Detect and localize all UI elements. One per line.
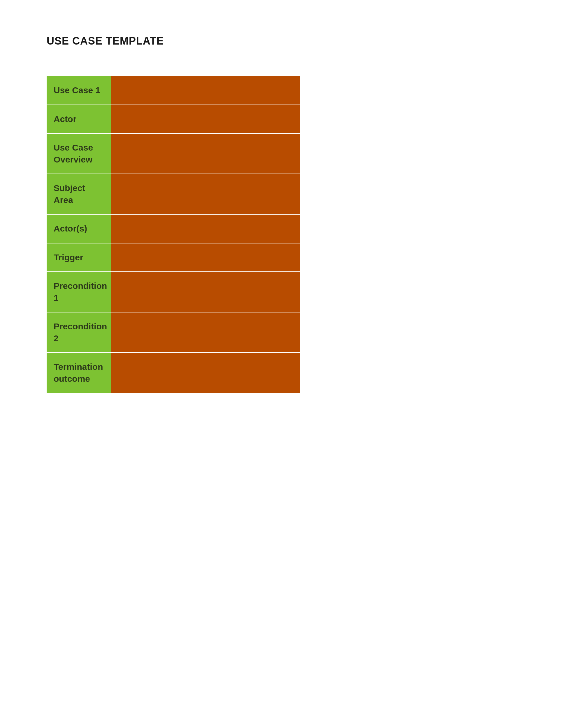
row-label-4: Actor(s) bbox=[47, 215, 111, 243]
row-label-6: Precondition 1 bbox=[47, 272, 111, 312]
row-value-1[interactable] bbox=[111, 105, 300, 134]
table-row: Actor bbox=[47, 105, 300, 134]
row-label-8: Termination outcome bbox=[47, 353, 111, 393]
use-case-table: Use Case 1ActorUse Case OverviewSubject … bbox=[47, 76, 300, 393]
row-value-4[interactable] bbox=[111, 215, 300, 243]
row-label-2: Use Case Overview bbox=[47, 134, 111, 174]
table-row: Trigger bbox=[47, 243, 300, 272]
row-value-5[interactable] bbox=[111, 243, 300, 272]
row-label-7: Precondition 2 bbox=[47, 312, 111, 353]
row-value-8[interactable] bbox=[111, 353, 300, 393]
table-row: Precondition 1 bbox=[47, 272, 300, 312]
table-row: Subject Area bbox=[47, 174, 300, 215]
table-row: Actor(s) bbox=[47, 215, 300, 243]
table-row: Use Case Overview bbox=[47, 134, 300, 174]
row-label-5: Trigger bbox=[47, 243, 111, 272]
table-row: Use Case 1 bbox=[47, 76, 300, 105]
row-label-1: Actor bbox=[47, 105, 111, 134]
page-title: USE CASE TEMPLATE bbox=[47, 35, 516, 47]
table-row: Termination outcome bbox=[47, 353, 300, 393]
row-value-6[interactable] bbox=[111, 272, 300, 312]
row-label-0: Use Case 1 bbox=[47, 76, 111, 105]
row-label-3: Subject Area bbox=[47, 174, 111, 215]
row-value-7[interactable] bbox=[111, 312, 300, 353]
row-value-2[interactable] bbox=[111, 134, 300, 174]
row-value-3[interactable] bbox=[111, 174, 300, 215]
table-row: Precondition 2 bbox=[47, 312, 300, 353]
row-value-0[interactable] bbox=[111, 76, 300, 105]
